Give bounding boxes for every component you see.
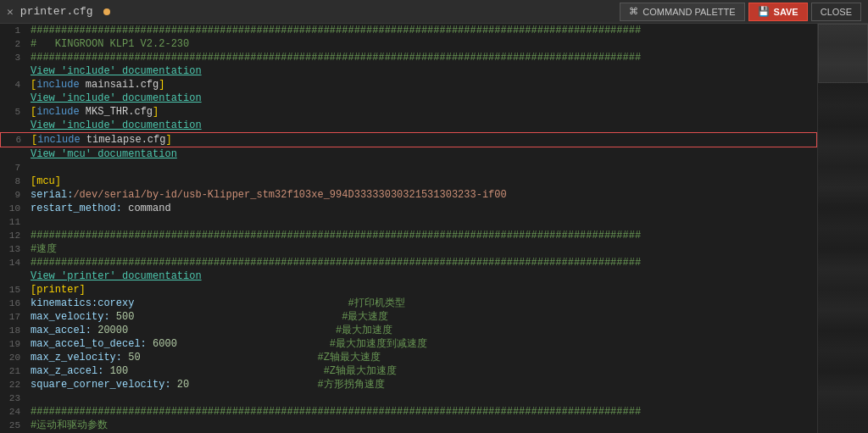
table-row: 10 restart_method: command bbox=[0, 202, 817, 215]
line-content bbox=[27, 215, 817, 229]
line-number: 6 bbox=[1, 133, 28, 147]
table-row: 6 [include timelapse.cfg] bbox=[0, 132, 817, 147]
doc-link[interactable]: View 'mcu' documentation bbox=[31, 147, 177, 161]
line-number: 1 bbox=[0, 24, 27, 37]
line-number: 8 bbox=[0, 175, 27, 188]
modified-dot bbox=[103, 8, 110, 15]
title-bar-left: ✕ printer.cfg bbox=[7, 5, 110, 19]
table-row: 9 serial:/dev/serial/by-id/usb-Klipper_s… bbox=[0, 188, 817, 202]
table-row: 5 [include MKS_THR.cfg] bbox=[0, 105, 817, 119]
minimap bbox=[817, 24, 868, 433]
cmd-icon: ⌘ bbox=[629, 6, 638, 17]
table-row: 3 ######################################… bbox=[0, 51, 817, 64]
line-number: 7 bbox=[0, 161, 27, 175]
line-number: 25 bbox=[0, 419, 27, 432]
table-row: 14 #####################################… bbox=[0, 256, 817, 269]
doc-link-line: View 'include' documentation bbox=[0, 92, 817, 105]
line-content: square_corner_velocity: 20 #方形拐角速度 bbox=[27, 378, 817, 391]
save-label: SAVE bbox=[774, 7, 798, 17]
doc-link[interactable]: View 'include' documentation bbox=[31, 119, 202, 132]
doc-link-line: View 'include' documentation bbox=[0, 119, 817, 132]
table-row: 15 [printer] bbox=[0, 283, 817, 297]
line-number: 13 bbox=[0, 242, 27, 256]
table-row: 20 max_z_velocity: 50 #Z轴最大速度 bbox=[0, 351, 817, 364]
minimap-viewport[interactable] bbox=[818, 24, 868, 83]
line-number: 5 bbox=[0, 105, 27, 119]
line-content: ########################################… bbox=[27, 24, 817, 37]
line-content: max_z_velocity: 50 #Z轴最大速度 bbox=[27, 351, 817, 364]
line-content: ########################################… bbox=[27, 405, 817, 419]
line-number: 3 bbox=[0, 51, 27, 64]
table-row: 11 bbox=[0, 215, 817, 229]
table-row: 12 #####################################… bbox=[0, 229, 817, 242]
doc-link[interactable]: View 'include' documentation bbox=[31, 92, 202, 105]
table-row: 2 # KINGROON KLP1 V2.2-230 bbox=[0, 37, 817, 51]
table-row: 16 kinematics:corexy #打印机类型 bbox=[0, 297, 817, 310]
line-content: ########################################… bbox=[27, 51, 817, 64]
line-content: serial:/dev/serial/by-id/usb-Klipper_stm… bbox=[27, 188, 817, 202]
doc-link-line: View 'mcu' documentation bbox=[0, 147, 817, 161]
doc-link[interactable]: View 'printer' documentation bbox=[31, 269, 202, 283]
save-icon: 💾 bbox=[758, 6, 770, 17]
doc-link-line: View 'include' documentation bbox=[0, 64, 817, 78]
table-row: 18 max_accel: 20000 #最大加速度 bbox=[0, 324, 817, 337]
table-row: 17 max_velocity: 500 #最大速度 bbox=[0, 310, 817, 324]
line-number: 20 bbox=[0, 351, 27, 364]
line-content: ########################################… bbox=[27, 229, 817, 242]
line-number: 11 bbox=[0, 215, 27, 229]
table-row: 21 max_z_accel: 100 #Z轴最大加速度 bbox=[0, 364, 817, 378]
line-content: [printer] bbox=[27, 283, 817, 297]
editor: 1 ######################################… bbox=[0, 24, 868, 433]
line-number: 15 bbox=[0, 283, 27, 297]
line-content: #速度 bbox=[27, 242, 817, 256]
line-number: 10 bbox=[0, 202, 27, 215]
doc-link[interactable]: View 'include' documentation bbox=[31, 64, 202, 78]
code-area[interactable]: 1 ######################################… bbox=[0, 24, 817, 433]
table-row: 23 bbox=[0, 391, 817, 405]
line-number: 19 bbox=[0, 337, 27, 351]
line-content: max_accel_to_decel: 6000 #最大加速度到减速度 bbox=[27, 337, 817, 351]
line-content: kinematics:corexy #打印机类型 bbox=[27, 297, 817, 310]
line-content: [include mainsail.cfg] bbox=[27, 78, 817, 92]
minimap-background bbox=[818, 24, 868, 433]
line-content: restart_method: command bbox=[27, 202, 817, 215]
table-row: 7 bbox=[0, 161, 817, 175]
file-name: printer.cfg bbox=[20, 5, 93, 18]
line-content: ########################################… bbox=[27, 256, 817, 269]
line-number: 14 bbox=[0, 256, 27, 269]
line-content: [include timelapse.cfg] bbox=[28, 133, 816, 147]
close-x-icon[interactable]: ✕ bbox=[7, 5, 14, 19]
line-number: 16 bbox=[0, 297, 27, 310]
table-row: 25 #运动和驱动参数 bbox=[0, 419, 817, 432]
doc-link-line: View 'printer' documentation bbox=[0, 269, 817, 283]
table-row: 1 ######################################… bbox=[0, 24, 817, 37]
line-number: 24 bbox=[0, 405, 27, 419]
line-content bbox=[27, 391, 817, 405]
line-number: 22 bbox=[0, 378, 27, 391]
table-row: 13 #速度 bbox=[0, 242, 817, 256]
line-content: max_accel: 20000 #最大加速度 bbox=[27, 324, 817, 337]
line-number: 17 bbox=[0, 310, 27, 324]
table-row: 4 [include mainsail.cfg] bbox=[0, 78, 817, 92]
line-number: 2 bbox=[0, 37, 27, 51]
line-content bbox=[27, 161, 817, 175]
line-content: max_z_accel: 100 #Z轴最大加速度 bbox=[27, 364, 817, 378]
close-label: CLOSE bbox=[821, 7, 852, 17]
close-button[interactable]: CLOSE bbox=[811, 3, 861, 21]
line-content: max_velocity: 500 #最大速度 bbox=[27, 310, 817, 324]
table-row: 24 #####################################… bbox=[0, 405, 817, 419]
line-content: # KINGROON KLP1 V2.2-230 bbox=[27, 37, 817, 51]
save-button[interactable]: 💾 SAVE bbox=[748, 3, 808, 21]
line-content: [include MKS_THR.cfg] bbox=[27, 105, 817, 119]
title-bar-right: ⌘ COMMAND PALETTE 💾 SAVE CLOSE bbox=[620, 3, 861, 21]
line-number: 18 bbox=[0, 324, 27, 337]
cmd-palette-label: COMMAND PALETTE bbox=[643, 7, 735, 17]
line-number: 12 bbox=[0, 229, 27, 242]
command-palette-button[interactable]: ⌘ COMMAND PALETTE bbox=[620, 3, 744, 21]
table-row: 8 [mcu] bbox=[0, 175, 817, 188]
line-content: [mcu] bbox=[27, 175, 817, 188]
line-number: 21 bbox=[0, 364, 27, 378]
line-number: 23 bbox=[0, 391, 27, 405]
title-bar: ✕ printer.cfg ⌘ COMMAND PALETTE 💾 SAVE C… bbox=[0, 0, 868, 24]
line-number: 4 bbox=[0, 78, 27, 92]
